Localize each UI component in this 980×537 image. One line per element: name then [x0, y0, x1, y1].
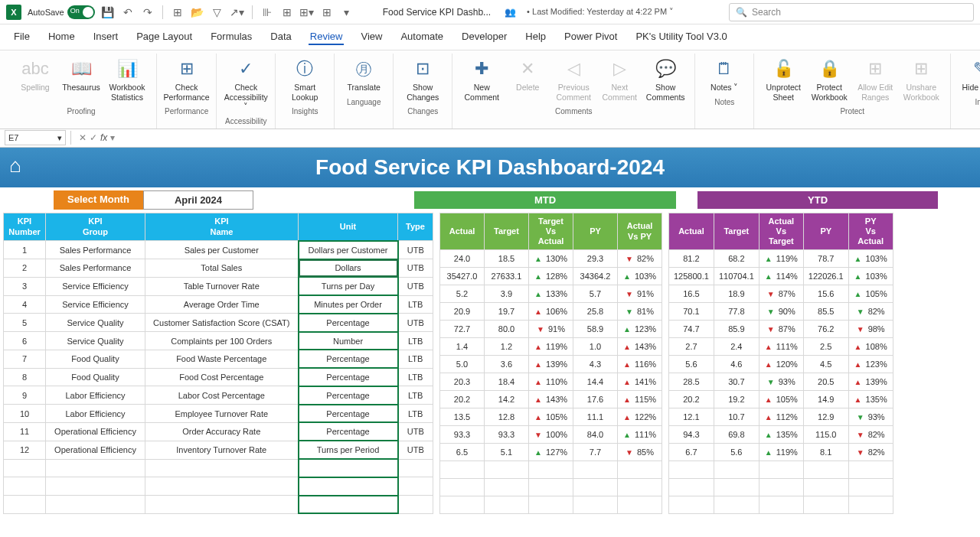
table-row[interactable]: 20.919.7 ▲ 106% 25.8 ▼ 81%	[440, 303, 662, 321]
save-icon[interactable]: 💾	[101, 5, 115, 19]
ribbon-hide-ink--button[interactable]: ✎Hide Ink ˅	[959, 54, 980, 96]
ribbon-workbook-statistics-button[interactable]: 📊Workbook Statistics	[106, 54, 149, 105]
filter-icon[interactable]: ▽	[211, 5, 224, 19]
doc-title[interactable]: Food Service KPI Dashb...	[383, 7, 491, 18]
table-row[interactable]: 20.219.2 ▲ 105% 14.9 ▲ 135%	[669, 391, 893, 408]
chevron-down-icon[interactable]: ▾	[110, 132, 115, 143]
col-header[interactable]: Actual	[669, 213, 714, 250]
table-row[interactable]: 13.512.8 ▲ 105% 11.1 ▲ 122%	[440, 408, 662, 426]
ribbon-translate-button[interactable]: ㊊Translate	[342, 54, 385, 96]
menu-developer[interactable]: Developer	[460, 29, 508, 45]
table-row[interactable]: 35427.027633.1 ▲ 128% 34364.2 ▲ 103%	[440, 268, 662, 285]
table-row[interactable]: 74.785.9 ▼ 87% 76.2 ▼ 98%	[669, 321, 893, 338]
open-icon[interactable]: 📂	[191, 5, 204, 19]
last-modified[interactable]: • Last Modified: Yesterday at 4:22 PM ˅	[527, 7, 674, 17]
table-row[interactable]: 2Sales PerformanceTotal Sales DollarsUTB	[4, 259, 433, 278]
col-header[interactable]: KPIGroup	[46, 213, 145, 241]
menu-data[interactable]: Data	[269, 29, 292, 45]
table-row[interactable]: 20.214.2 ▲ 143% 17.6 ▲ 115%	[440, 391, 662, 408]
kpi-info-table[interactable]: KPINumberKPIGroupKPINameUnitType 1Sales …	[3, 213, 433, 515]
name-box[interactable]: E7▾	[5, 130, 66, 145]
menu-power-pivot[interactable]: Power Pivot	[563, 29, 619, 45]
col-header[interactable]: PYVs Actual	[848, 213, 893, 250]
autosave-toggle[interactable]: AutoSave On	[28, 5, 95, 19]
table-row[interactable]: 5.03.6 ▲ 139% 4.3 ▲ 116%	[440, 356, 662, 373]
table-row[interactable]: 9Labor EfficiencyLabor Cost Percentage P…	[4, 386, 433, 405]
col-header[interactable]: ActualVs Target	[759, 213, 803, 250]
people-icon[interactable]: 👥	[505, 7, 516, 18]
table-row[interactable]: 125800.1110704.1 ▲ 114% 122026.1 ▲ 103%	[669, 268, 893, 285]
menu-page-layout[interactable]: Page Layout	[135, 29, 194, 45]
table-row[interactable]: 6.55.1 ▲ 127% 7.7 ▼ 85%	[440, 444, 662, 461]
cancel-icon[interactable]: ✕	[79, 132, 87, 143]
col-header[interactable]: TargetVs Actual	[529, 213, 573, 250]
calc-icon[interactable]: ⊞	[320, 5, 334, 19]
col-header[interactable]: Target	[714, 213, 759, 250]
undo-icon[interactable]: ↶	[121, 5, 135, 19]
search-input[interactable]: 🔍 Search	[729, 3, 974, 21]
ribbon-notes--button[interactable]: 🗒Notes ˅	[703, 54, 746, 96]
table-row[interactable]: 12Operational EfficiencyInventory Turnov…	[4, 441, 433, 459]
table-row[interactable]: 93.393.3 ▼ 100% 84.0 ▲ 111%	[440, 426, 662, 444]
table-row[interactable]: 20.318.4 ▲ 110% 14.4 ▲ 141%	[440, 373, 662, 391]
col-header[interactable]: ActualVs PY	[618, 213, 662, 250]
table-row[interactable]: 8Food QualityFood Cost Percentage Percen…	[4, 368, 433, 386]
menu-file[interactable]: File	[12, 29, 31, 45]
table-row[interactable]: 2.72.4 ▲ 111% 2.5 ▲ 108%	[669, 338, 893, 356]
insert-table-icon[interactable]: ⊞	[280, 5, 294, 19]
col-header[interactable]: Actual	[440, 213, 485, 250]
table-row[interactable]: 6.75.6 ▲ 119% 8.1 ▼ 82%	[669, 444, 893, 461]
menu-automate[interactable]: Automate	[399, 29, 445, 45]
table-row[interactable]: 5Service QualityCustomer Satisfaction Sc…	[4, 314, 433, 332]
toggle-on-icon[interactable]: On	[67, 5, 95, 19]
ribbon-smart-lookup-button[interactable]: ⓘSmart Lookup	[283, 54, 326, 105]
ribbon-thesaurus-button[interactable]: 📖Thesaurus	[60, 54, 103, 96]
table-row[interactable]: 70.177.8 ▼ 90% 85.5 ▼ 82%	[669, 303, 893, 321]
table-row[interactable]: 72.780.0 ▼ 91% 58.9 ▲ 123%	[440, 321, 662, 338]
enter-icon[interactable]: ✓	[90, 132, 97, 143]
menu-review[interactable]: Review	[309, 29, 345, 45]
menu-help[interactable]: Help	[524, 29, 547, 45]
mtd-table[interactable]: ActualTargetTargetVs ActualPYActualVs PY…	[439, 213, 662, 515]
table-row[interactable]: 5.64.6 ▲ 120% 4.5 ▲ 123%	[669, 356, 893, 373]
table-row[interactable]: 1Sales PerformanceSales per Customer Dol…	[4, 241, 433, 259]
redo-icon[interactable]: ↷	[141, 5, 155, 19]
table-row[interactable]: 28.530.7 ▼ 93% 20.5 ▲ 139%	[669, 373, 893, 391]
table-row[interactable]: 81.268.2 ▲ 119% 78.7 ▲ 103%	[669, 250, 893, 268]
table-row[interactable]: 3Service EfficiencyTable Turnover Rate T…	[4, 277, 433, 295]
table-row[interactable]: 11Operational EfficiencyOrder Accuracy R…	[4, 422, 433, 441]
ribbon-check-accessibility--button[interactable]: ✓Check Accessibility ˅	[224, 54, 267, 115]
col-header[interactable]: Unit	[299, 213, 398, 241]
menu-formulas[interactable]: Formulas	[209, 29, 253, 45]
table-row[interactable]: 7Food QualityFood Waste Percentage Perce…	[4, 350, 433, 368]
ribbon-unprotect-sheet-button[interactable]: 🔓Unprotect Sheet	[762, 54, 805, 105]
menu-insert[interactable]: Insert	[92, 29, 120, 45]
chevron-down-icon[interactable]: ▾	[340, 5, 354, 19]
month-dropdown[interactable]: April 2024	[143, 190, 253, 210]
table-row[interactable]: 12.110.7 ▲ 112% 12.9 ▼ 93%	[669, 408, 893, 426]
fx-icon[interactable]: fx	[100, 132, 107, 143]
ytd-table[interactable]: ActualTargetActualVs TargetPYPYVs Actual…	[668, 213, 893, 515]
ribbon-check-performance-button[interactable]: ⊞Check Performance	[165, 54, 208, 105]
table-row[interactable]: 94.369.8 ▲ 135% 115.0 ▼ 82%	[669, 426, 893, 444]
col-header[interactable]: Target	[485, 213, 529, 250]
col-header[interactable]: PY	[803, 213, 848, 250]
borders-icon[interactable]: ⊞	[171, 5, 185, 19]
table-row[interactable]: 1.41.2 ▲ 119% 1.0 ▲ 143%	[440, 338, 662, 356]
table-row[interactable]: 6Service QualityComplaints per 100 Order…	[4, 332, 433, 350]
ribbon-show-comments-button[interactable]: 💬Show Comments	[644, 54, 687, 105]
col-header[interactable]: KPIName	[145, 213, 299, 241]
group-icon[interactable]: ⊪	[260, 5, 274, 19]
menu-view[interactable]: View	[359, 29, 384, 45]
table-row[interactable]: 16.518.9 ▼ 87% 15.6 ▲ 105%	[669, 285, 893, 303]
pivot-icon[interactable]: ⊞▾	[300, 5, 314, 19]
home-icon[interactable]: ⌂	[9, 154, 21, 177]
col-header[interactable]: PY	[573, 213, 618, 250]
table-row[interactable]: 4Service EfficiencyAverage Order Time Mi…	[4, 295, 433, 314]
menu-home[interactable]: Home	[47, 29, 77, 45]
share-arrow-icon[interactable]: ↗▾	[230, 5, 244, 19]
ribbon-show-changes-button[interactable]: ⊡Show Changes	[401, 54, 444, 105]
ribbon-protect-workbook-button[interactable]: 🔒Protect Workbook	[808, 54, 851, 105]
col-header[interactable]: Type	[398, 213, 433, 241]
table-row[interactable]: 10Labor EfficiencyEmployee Turnover Rate…	[4, 405, 433, 423]
